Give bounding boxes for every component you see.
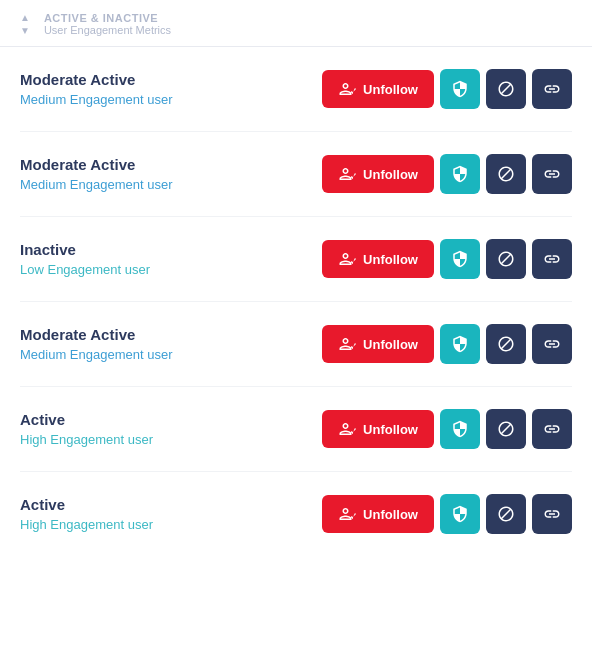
- user-row: Active High Engagement user Unfollow: [20, 472, 572, 556]
- shield-button-3[interactable]: [440, 239, 480, 279]
- block-button-4[interactable]: [486, 324, 526, 364]
- person-remove-icon: [338, 505, 356, 523]
- user-info-3: Inactive Low Engagement user: [20, 241, 200, 277]
- shield-button-5[interactable]: [440, 409, 480, 449]
- user-row: Moderate Active Medium Engagement user U…: [20, 132, 572, 217]
- header-subtitle: User Engagement Metrics: [44, 24, 171, 36]
- user-actions-2: Unfollow: [322, 154, 572, 194]
- user-status-2: Moderate Active: [20, 156, 200, 173]
- header-title: ACTIVE & INACTIVE: [44, 12, 171, 24]
- user-row: Inactive Low Engagement user Unfollow: [20, 217, 572, 302]
- engagement-level-2: Medium: [20, 177, 66, 192]
- user-row: Active High Engagement user Unfollow: [20, 387, 572, 472]
- person-remove-icon: [338, 80, 356, 98]
- link-button-6[interactable]: [532, 494, 572, 534]
- block-icon: [497, 250, 515, 268]
- shield-button-4[interactable]: [440, 324, 480, 364]
- block-button-3[interactable]: [486, 239, 526, 279]
- shield-icon: [451, 505, 469, 523]
- user-info-2: Moderate Active Medium Engagement user: [20, 156, 200, 192]
- unfollow-button-5[interactable]: Unfollow: [322, 410, 434, 448]
- user-engagement-3: Low Engagement user: [20, 262, 200, 277]
- block-icon: [497, 335, 515, 353]
- unfollow-button-6[interactable]: Unfollow: [322, 495, 434, 533]
- user-status-1: Moderate Active: [20, 71, 200, 88]
- block-button-1[interactable]: [486, 69, 526, 109]
- shield-icon: [451, 250, 469, 268]
- user-row: Moderate Active Medium Engagement user U…: [20, 47, 572, 132]
- person-remove-icon: [338, 335, 356, 353]
- block-icon: [497, 505, 515, 523]
- block-icon: [497, 80, 515, 98]
- user-engagement-2: Medium Engagement user: [20, 177, 200, 192]
- unfollow-button-1[interactable]: Unfollow: [322, 70, 434, 108]
- engagement-level-5: High: [20, 432, 47, 447]
- link-button-1[interactable]: [532, 69, 572, 109]
- user-actions-3: Unfollow: [322, 239, 572, 279]
- shield-icon: [451, 335, 469, 353]
- engagement-level-6: High: [20, 517, 47, 532]
- link-icon: [543, 165, 561, 183]
- sort-arrows[interactable]: ▲ ▼: [20, 12, 30, 36]
- block-button-6[interactable]: [486, 494, 526, 534]
- shield-icon: [451, 165, 469, 183]
- user-info-5: Active High Engagement user: [20, 411, 200, 447]
- unfollow-button-2[interactable]: Unfollow: [322, 155, 434, 193]
- user-actions-4: Unfollow: [322, 324, 572, 364]
- user-row: Moderate Active Medium Engagement user U…: [20, 302, 572, 387]
- shield-button-2[interactable]: [440, 154, 480, 194]
- block-button-5[interactable]: [486, 409, 526, 449]
- link-icon: [543, 420, 561, 438]
- unfollow-button-4[interactable]: Unfollow: [322, 325, 434, 363]
- shield-icon: [451, 80, 469, 98]
- arrow-up-icon[interactable]: ▲: [20, 12, 30, 23]
- link-icon: [543, 335, 561, 353]
- user-status-4: Moderate Active: [20, 326, 200, 343]
- arrow-down-icon[interactable]: ▼: [20, 25, 30, 36]
- link-icon: [543, 250, 561, 268]
- header-text: ACTIVE & INACTIVE User Engagement Metric…: [44, 12, 171, 36]
- user-actions-6: Unfollow: [322, 494, 572, 534]
- user-engagement-6: High Engagement user: [20, 517, 200, 532]
- block-icon: [497, 420, 515, 438]
- user-status-5: Active: [20, 411, 200, 428]
- user-engagement-4: Medium Engagement user: [20, 347, 200, 362]
- user-engagement-5: High Engagement user: [20, 432, 200, 447]
- link-button-5[interactable]: [532, 409, 572, 449]
- link-icon: [543, 505, 561, 523]
- user-actions-5: Unfollow: [322, 409, 572, 449]
- link-button-3[interactable]: [532, 239, 572, 279]
- person-remove-icon: [338, 250, 356, 268]
- user-status-3: Inactive: [20, 241, 200, 258]
- person-remove-icon: [338, 165, 356, 183]
- unfollow-button-3[interactable]: Unfollow: [322, 240, 434, 278]
- block-button-2[interactable]: [486, 154, 526, 194]
- user-list: Moderate Active Medium Engagement user U…: [0, 47, 592, 556]
- user-info-1: Moderate Active Medium Engagement user: [20, 71, 200, 107]
- shield-icon: [451, 420, 469, 438]
- user-info-4: Moderate Active Medium Engagement user: [20, 326, 200, 362]
- user-engagement-1: Medium Engagement user: [20, 92, 200, 107]
- engagement-level-3: Low: [20, 262, 44, 277]
- person-remove-icon: [338, 420, 356, 438]
- engagement-level-4: Medium: [20, 347, 66, 362]
- link-button-4[interactable]: [532, 324, 572, 364]
- user-actions-1: Unfollow: [322, 69, 572, 109]
- user-info-6: Active High Engagement user: [20, 496, 200, 532]
- block-icon: [497, 165, 515, 183]
- link-button-2[interactable]: [532, 154, 572, 194]
- engagement-level-1: Medium: [20, 92, 66, 107]
- user-status-6: Active: [20, 496, 200, 513]
- shield-button-6[interactable]: [440, 494, 480, 534]
- shield-button-1[interactable]: [440, 69, 480, 109]
- link-icon: [543, 80, 561, 98]
- header-section: ▲ ▼ ACTIVE & INACTIVE User Engagement Me…: [0, 0, 592, 47]
